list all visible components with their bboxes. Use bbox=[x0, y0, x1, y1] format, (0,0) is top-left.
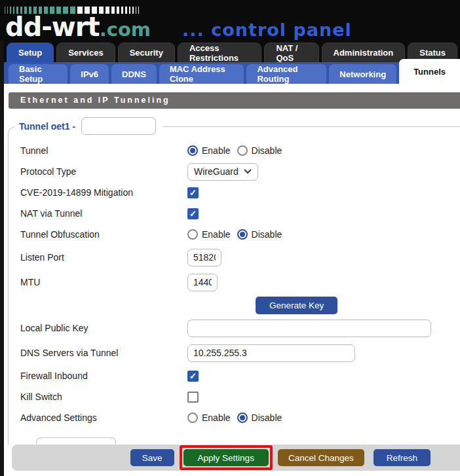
local-public-key-input[interactable] bbox=[187, 320, 431, 337]
row-listen-port: Listen Port bbox=[20, 245, 460, 270]
row-cve-mitigation: CVE-2019-14899 Mitigation bbox=[20, 182, 460, 203]
logo-domain: .com bbox=[100, 18, 151, 41]
apply-settings-button[interactable]: Apply Settings bbox=[183, 449, 269, 466]
obfuscation-radio-group: Enable Disable bbox=[187, 229, 288, 240]
nat-via-tunnel-label: NAT via Tunnel bbox=[20, 208, 187, 219]
sub-tab-bar: Basic Setup IPv6 DDNS MAC Address Clone … bbox=[4, 62, 460, 84]
logo-ddwrt: dd-wrt bbox=[5, 12, 100, 42]
tunnel-radio-group: Enable Disable bbox=[187, 145, 288, 156]
tunnel-disable-label: Disable bbox=[252, 145, 282, 156]
listen-port-input[interactable] bbox=[187, 249, 221, 266]
mtu-input[interactable] bbox=[187, 274, 218, 291]
tab-security[interactable]: Security bbox=[118, 43, 175, 62]
row-mtu: MTU bbox=[20, 270, 460, 295]
obfuscation-enable-radio[interactable] bbox=[187, 229, 198, 240]
chevron-down-icon bbox=[244, 169, 252, 174]
kill-switch-checkbox[interactable] bbox=[187, 392, 199, 403]
tab-setup[interactable]: Setup bbox=[7, 43, 54, 62]
row-generate-key: Generate Key bbox=[20, 295, 460, 316]
advanced-settings-label: Advanced Settings bbox=[20, 412, 187, 423]
section-title: Ethernet and IP Tunneling bbox=[9, 92, 460, 109]
dns-servers-label: DNS Servers via Tunnel bbox=[20, 348, 187, 358]
advanced-enable-radio[interactable] bbox=[187, 412, 198, 423]
page-content: Ethernet and IP Tunneling Tunnel oet1 - … bbox=[4, 92, 460, 476]
tab-services[interactable]: Services bbox=[56, 43, 115, 62]
tunnel-label: Tunnel bbox=[20, 145, 187, 156]
listen-port-label: Listen Port bbox=[20, 252, 187, 263]
generate-key-button[interactable]: Generate Key bbox=[256, 297, 337, 314]
row-kill-switch: Kill Switch bbox=[20, 386, 460, 407]
row-local-public-key: Local Public Key bbox=[20, 316, 460, 340]
subtab-mac-address-clone[interactable]: MAC Address Clone bbox=[159, 64, 244, 84]
firewall-inbound-label: Firewall Inbound bbox=[20, 371, 187, 381]
advanced-radio-group: Enable Disable bbox=[187, 412, 288, 423]
row-nat-via-tunnel: NAT via Tunnel bbox=[20, 203, 460, 224]
tunnel-disable-radio[interactable] bbox=[237, 145, 248, 156]
tab-administration[interactable]: Administration bbox=[322, 43, 406, 62]
annotation-highlight: Apply Settings bbox=[180, 445, 273, 470]
dns-servers-input[interactable] bbox=[187, 344, 355, 362]
cve-mitigation-checkbox[interactable] bbox=[187, 187, 199, 198]
tunnel-enable-radio[interactable] bbox=[187, 145, 198, 156]
advanced-enable-label: Enable bbox=[202, 412, 231, 423]
row-tunnel: Tunnel Enable Disable bbox=[20, 140, 460, 161]
refresh-button[interactable]: Refresh bbox=[374, 449, 431, 466]
clipped-element-top bbox=[36, 437, 116, 445]
protocol-type-value: WireGuard bbox=[194, 166, 244, 177]
row-firewall-inbound: Firewall Inbound bbox=[20, 365, 460, 386]
advanced-disable-label: Disable bbox=[252, 412, 282, 423]
action-bar: Save Apply Settings Cancel Changes Refre… bbox=[12, 445, 460, 471]
row-protocol-type: Protocol Type WireGuard bbox=[20, 161, 460, 182]
subtab-advanced-routing[interactable]: Advanced Routing bbox=[246, 64, 326, 84]
row-advanced-settings: Advanced Settings Enable Disable bbox=[20, 407, 460, 428]
subtab-networking[interactable]: Networking bbox=[329, 64, 396, 84]
cancel-changes-button[interactable]: Cancel Changes bbox=[278, 449, 364, 466]
firewall-inbound-checkbox[interactable] bbox=[187, 371, 199, 382]
logo-tagline: ... control panel bbox=[182, 20, 352, 40]
tab-access-restrictions[interactable]: Access Restrictions bbox=[178, 43, 261, 62]
obfuscation-enable-label: Enable bbox=[202, 229, 231, 240]
subtab-tunnels[interactable]: Tunnels bbox=[399, 59, 460, 84]
main-tab-bar: Setup Services Security Access Restricti… bbox=[0, 41, 460, 62]
obfuscation-disable-radio[interactable] bbox=[237, 229, 248, 240]
advanced-disable-radio[interactable] bbox=[237, 412, 248, 423]
save-button[interactable]: Save bbox=[130, 449, 174, 466]
page-left-border bbox=[0, 41, 4, 476]
nat-via-tunnel-checkbox[interactable] bbox=[187, 208, 199, 219]
tunnel-legend-label: Tunnel oet1 - bbox=[19, 121, 75, 132]
tunnel-obfuscation-label: Tunnel Obfuscation bbox=[20, 229, 187, 240]
obfuscation-disable-label: Disable bbox=[252, 229, 282, 240]
subtab-ipv6[interactable]: IPv6 bbox=[70, 64, 109, 84]
local-public-key-label: Local Public Key bbox=[20, 323, 187, 333]
tunnel-enable-label: Enable bbox=[202, 145, 231, 156]
mtu-label: MTU bbox=[20, 277, 187, 287]
kill-switch-label: Kill Switch bbox=[20, 392, 187, 402]
subtab-ddns[interactable]: DDNS bbox=[111, 64, 157, 84]
cve-mitigation-label: CVE-2019-14899 Mitigation bbox=[20, 187, 187, 198]
protocol-type-label: Protocol Type bbox=[20, 166, 187, 177]
row-tunnel-obfuscation: Tunnel Obfuscation Enable Disable bbox=[20, 224, 460, 245]
tunnel-fieldset: Tunnel oet1 - Tunnel Enable Disable Prot… bbox=[8, 126, 460, 445]
app-header: dd-wrt .com ... control panel bbox=[0, 0, 460, 41]
row-dns-servers: DNS Servers via Tunnel bbox=[20, 340, 460, 365]
protocol-type-select[interactable]: WireGuard bbox=[187, 163, 258, 181]
subtab-basic-setup[interactable]: Basic Setup bbox=[9, 64, 67, 84]
tab-nat-qos[interactable]: NAT / QoS bbox=[264, 43, 318, 62]
tunnel-name-input[interactable] bbox=[81, 117, 156, 135]
